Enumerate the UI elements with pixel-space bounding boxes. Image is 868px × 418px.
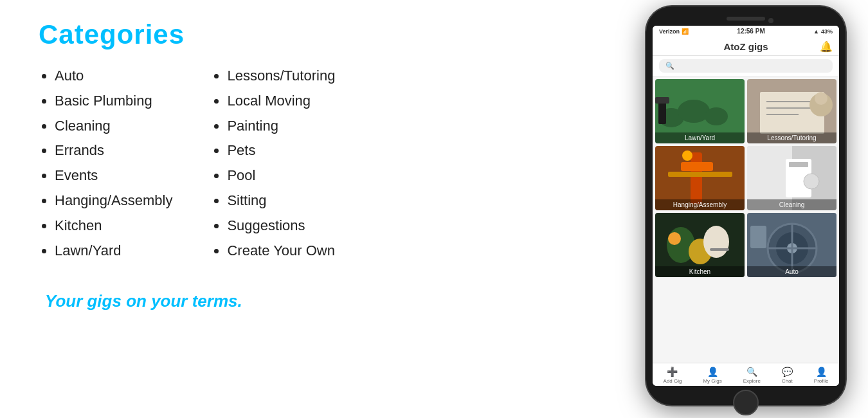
- chat-icon: 💬: [782, 367, 793, 377]
- carrier-text: Verizon: [659, 28, 680, 35]
- svg-rect-17: [668, 172, 732, 177]
- svg-rect-29: [710, 248, 729, 251]
- list-item: Pool: [227, 166, 335, 186]
- list-item: Suggestions: [227, 216, 335, 236]
- search-bar: 🔍: [653, 56, 839, 77]
- status-right: ▲ 43%: [813, 28, 833, 35]
- nav-explore-label: Explore: [743, 378, 761, 384]
- profile-icon: 👤: [816, 367, 827, 377]
- page-title: Categories: [39, 19, 611, 50]
- nav-chat[interactable]: 💬 Chat: [782, 367, 793, 384]
- grid-item-lawn[interactable]: Lawn/Yard: [655, 79, 745, 143]
- list-item: Auto: [55, 66, 172, 86]
- list-item: Cleaning: [55, 116, 172, 136]
- grid-label-lawn: Lawn/Yard: [655, 132, 745, 143]
- search-icon: 🔍: [665, 62, 674, 70]
- category-grid: Lawn/Yard Lessons/Tutor: [655, 79, 836, 277]
- bottom-nav: ➕ Add Gig 👤 My Gigs 🔍 Explore 💬 Chat 👤: [653, 363, 839, 386]
- nav-add-gig[interactable]: ➕ Add Gig: [663, 367, 682, 384]
- list-item: Lessons/Tutoring: [227, 66, 335, 86]
- grid-label-cleaning: Cleaning: [747, 199, 836, 210]
- svg-point-23: [804, 174, 819, 189]
- app-title: AtoZ gigs: [723, 41, 768, 52]
- grid-item-kitchen[interactable]: Kitchen: [655, 213, 745, 277]
- status-bar: Verizon 📶 12:56 PM ▲ 43%: [653, 26, 839, 37]
- status-left: Verizon 📶: [659, 28, 689, 35]
- svg-rect-36: [750, 226, 766, 248]
- bell-icon[interactable]: 🔔: [820, 41, 833, 53]
- grid-content: Lawn/Yard Lessons/Tutor: [653, 77, 839, 363]
- phone-speaker: [727, 17, 765, 21]
- add-gig-icon: ➕: [667, 367, 678, 377]
- phone-mockup: Verizon 📶 12:56 PM ▲ 43% AtoZ gigs 🔔 🔍: [646, 6, 845, 405]
- grid-item-lessons[interactable]: Lessons/Tutoring: [747, 79, 836, 143]
- left-section: Categories AutoBasic PlumbingCleaningErr…: [0, 0, 637, 324]
- categories-container: AutoBasic PlumbingCleaningErrandsEventsH…: [39, 66, 611, 266]
- list-item: Painting: [227, 116, 335, 136]
- phone-section: Verizon 📶 12:56 PM ▲ 43% AtoZ gigs 🔔 🔍: [637, 0, 868, 405]
- grid-item-cleaning[interactable]: Cleaning: [747, 146, 836, 210]
- grid-label-auto: Auto: [747, 266, 836, 277]
- right-category-list: Lessons/TutoringLocal MovingPaintingPets…: [211, 66, 335, 266]
- nav-my-gigs-label: My Gigs: [703, 378, 721, 384]
- list-item: Basic Plumbing: [55, 91, 172, 111]
- svg-rect-15: [681, 162, 713, 171]
- my-gigs-icon: 👤: [707, 367, 718, 377]
- wifi-icon: 📶: [682, 28, 689, 35]
- app-header: AtoZ gigs 🔔: [653, 37, 839, 56]
- nav-profile[interactable]: 👤 Profile: [814, 367, 829, 384]
- svg-point-12: [815, 92, 827, 105]
- grid-item-auto[interactable]: Auto: [747, 213, 836, 277]
- list-item: Kitchen: [55, 216, 172, 236]
- svg-point-27: [703, 226, 729, 258]
- nav-profile-label: Profile: [814, 378, 829, 384]
- nav-explore[interactable]: 🔍 Explore: [743, 367, 761, 384]
- svg-point-16: [682, 150, 692, 161]
- svg-point-3: [705, 107, 728, 125]
- svg-point-2: [678, 100, 710, 123]
- list-item: Lawn/Yard: [55, 241, 172, 261]
- nav-my-gigs[interactable]: 👤 My Gigs: [703, 367, 721, 384]
- battery-text: 43%: [821, 28, 833, 35]
- nav-chat-label: Chat: [782, 378, 793, 384]
- signal-icon: ▲: [813, 28, 819, 35]
- explore-icon: 🔍: [746, 367, 757, 377]
- svg-point-28: [668, 232, 681, 245]
- grid-label-lessons: Lessons/Tutoring: [747, 132, 836, 143]
- nav-add-gig-label: Add Gig: [663, 378, 682, 384]
- grid-item-hanging[interactable]: Hanging/Assembly: [655, 146, 745, 210]
- left-category-list: AutoBasic PlumbingCleaningErrandsEventsH…: [39, 66, 172, 266]
- list-item: Events: [55, 166, 172, 186]
- list-item: Create Your Own: [227, 241, 335, 261]
- tagline: Your gigs on your terms.: [39, 291, 611, 311]
- status-time: 12:56 PM: [737, 28, 764, 35]
- grid-label-hanging: Hanging/Assembly: [655, 199, 745, 210]
- grid-label-kitchen: Kitchen: [655, 266, 745, 277]
- svg-rect-22: [789, 162, 808, 167]
- search-input[interactable]: 🔍: [659, 59, 833, 73]
- list-item: Local Moving: [227, 91, 335, 111]
- phone-camera: [768, 18, 773, 23]
- phone-screen: Verizon 📶 12:56 PM ▲ 43% AtoZ gigs 🔔 🔍: [653, 26, 839, 386]
- svg-rect-14: [691, 152, 702, 204]
- list-item: Sitting: [227, 191, 335, 211]
- list-item: Hanging/Assembly: [55, 191, 172, 211]
- phone-home-button[interactable]: [733, 390, 759, 415]
- list-item: Errands: [55, 141, 172, 161]
- svg-rect-5: [655, 97, 669, 104]
- list-item: Pets: [227, 141, 335, 161]
